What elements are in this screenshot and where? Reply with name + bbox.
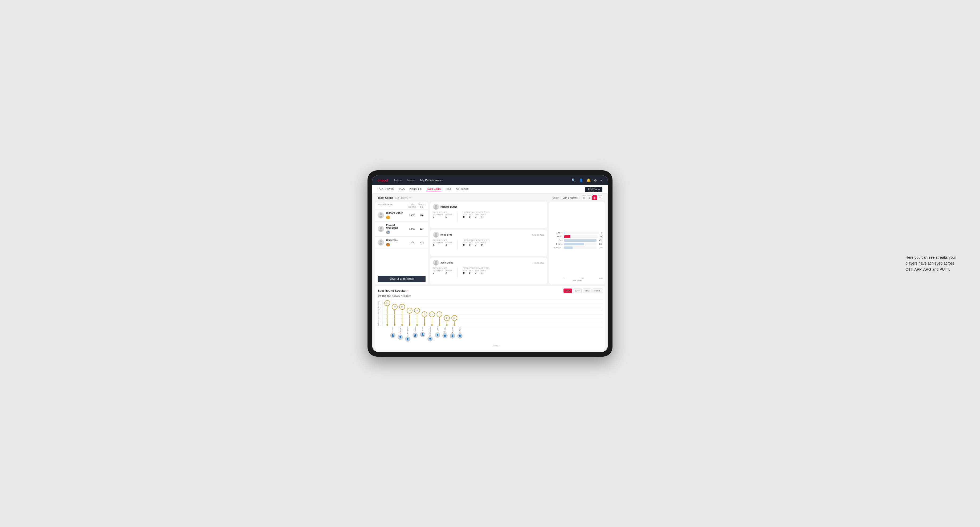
filter-app[interactable]: APP xyxy=(573,289,582,293)
bar-row: Eagles 3 xyxy=(552,232,602,234)
player-photo-small: 👤 xyxy=(412,333,418,338)
card-player-name: Josh Coles xyxy=(441,261,531,264)
bar-label: Bogeys xyxy=(552,243,562,245)
avatar xyxy=(378,212,384,219)
svg-point-4 xyxy=(380,240,382,243)
bar-row: D. Bogeys + 131 xyxy=(552,246,602,249)
tab-pgat[interactable]: PGAT Players xyxy=(378,187,394,191)
player-name-label: R. Butler xyxy=(452,327,453,333)
player-cards-panel: Richard Butler Total Rounds Tournament 7 xyxy=(430,202,547,284)
y-label: 4 xyxy=(380,311,381,312)
table-row[interactable]: Richard Butler 1 19/20 110 xyxy=(375,210,428,222)
card-stats: Total Rounds Tournament 7 Practice 2 xyxy=(433,267,544,278)
tab-team-clippd[interactable]: Team Clippd xyxy=(426,187,441,191)
player-name-label: M. Miller xyxy=(444,327,446,333)
x-label: 0 xyxy=(564,277,565,279)
table-row[interactable]: Edward Crossman 🥈 18/20 107 xyxy=(375,222,428,237)
edit-icon[interactable]: ✏ xyxy=(409,197,412,199)
filter-ott[interactable]: OTT xyxy=(563,289,572,293)
streak-bar-group: 4x xyxy=(436,311,442,326)
player-badge: 🥉 xyxy=(386,243,390,246)
streak-dot xyxy=(409,324,410,326)
streak-dot xyxy=(431,324,433,326)
player-name: Edward Crossman xyxy=(386,224,407,229)
player-name-label: E. Crossman xyxy=(429,327,431,336)
nav-links: Home Teams My Performance xyxy=(394,179,571,182)
tab-hcaps[interactable]: Hcaps 1-5 xyxy=(410,187,422,191)
player-name-col: J. Coles 👤 xyxy=(412,327,418,342)
table-row[interactable]: Cameron... 🥉 17/20 103 xyxy=(375,237,428,249)
streak-dot xyxy=(387,324,388,326)
y-label: 3 xyxy=(380,314,381,316)
player-names-row: E. Ebert 👤 B. McHerg 👤 D. Billingham 👤 J… xyxy=(390,327,602,342)
player-name-label: B. McHerg xyxy=(399,327,401,334)
nav-my-performance[interactable]: My Performance xyxy=(420,179,442,182)
streak-line xyxy=(447,321,447,324)
player-name-col: D. Ford 👤 xyxy=(434,327,441,342)
player-name-label: C. Quick xyxy=(459,327,461,333)
avatar xyxy=(378,226,384,232)
bar-label: Eagles xyxy=(552,232,562,234)
chart-subtitle: Off The Tee, Fairway Accuracy xyxy=(378,295,602,297)
bottom-header: Best Round Streaks ← OTT APP ARG PUTT xyxy=(378,289,602,293)
player-photo-small: 👤 xyxy=(442,333,448,338)
chart-x-axis: 0 200 400 xyxy=(552,277,602,279)
player-name-label: R. Britt xyxy=(422,327,423,332)
profile-icon[interactable]: ● xyxy=(600,178,602,182)
nav-teams[interactable]: Teams xyxy=(407,179,415,182)
rounds-stat: Total Rounds Tournament 7 Practice 6 xyxy=(433,211,452,222)
sub-nav-tabs: PGAT Players PGA Hcaps 1-5 Team Clippd T… xyxy=(378,187,585,191)
svg-point-2 xyxy=(380,227,382,229)
streak-line xyxy=(387,306,387,324)
add-team-button[interactable]: Add Team xyxy=(585,187,602,192)
show-label: Show xyxy=(552,197,559,199)
player-photo-small: 👤 xyxy=(398,335,403,340)
card-view-icon[interactable]: ▣ xyxy=(592,195,597,200)
player-score: 19/20 xyxy=(407,214,418,217)
card-header: Rees Britt 02 Sep 2023 xyxy=(433,232,544,238)
main-content: Team Clippd | 14 Players ✏ Show Last 3 m… xyxy=(372,194,608,352)
period-select[interactable]: Last 3 months xyxy=(561,195,579,200)
nav-icons: 🔍 👤 🔔 ⚙ ● xyxy=(571,178,602,182)
player-name-label: J. Coles xyxy=(414,327,416,332)
streak-line xyxy=(454,321,455,324)
player-badge: 1 xyxy=(386,216,390,219)
bar-track xyxy=(564,239,597,242)
view-leaderboard-button[interactable]: View Full Leaderboard xyxy=(378,276,426,282)
card-header: Richard Butler xyxy=(433,204,544,210)
table-view-icon[interactable]: ≡ xyxy=(598,195,602,200)
tab-all-players[interactable]: All Players xyxy=(456,187,468,191)
filter-putt[interactable]: PUTT xyxy=(593,289,602,293)
bell-icon[interactable]: 🔔 xyxy=(586,178,591,182)
tablet-screen: clippd Home Teams My Performance 🔍 👤 🔔 ⚙… xyxy=(372,175,608,352)
streak-dot xyxy=(439,324,440,326)
chart-x-title: Total Shots xyxy=(552,280,602,282)
practice-stat: Total Practice Activities OTT 0 APP 0 xyxy=(463,211,490,222)
col-player: PLAYER NAME xyxy=(378,203,407,208)
player-name-label: D. Billingham xyxy=(407,327,409,336)
filter-arg[interactable]: ARG xyxy=(583,289,592,293)
y-axis-container: Best Streak, Fairway Accuracy xyxy=(378,300,379,326)
grid-line xyxy=(383,306,602,307)
table-header: PLAYER NAME PB SCORE PB AVG SQ xyxy=(375,202,428,210)
streak-bar-group: 3x xyxy=(451,315,457,326)
tab-tour[interactable]: Tour xyxy=(446,187,451,191)
bar-value: 96 xyxy=(600,236,602,237)
list-view-icon[interactable]: ☰ xyxy=(587,195,592,200)
tab-pga[interactable]: PGA xyxy=(399,187,404,191)
nav-home[interactable]: Home xyxy=(394,179,402,182)
bar-row: Birdies 96 xyxy=(552,235,602,238)
y-label: 7 xyxy=(380,300,381,302)
y-labels: 7 6 5 4 3 2 1 0 xyxy=(380,300,381,326)
user-icon[interactable]: 👤 xyxy=(579,178,583,182)
player-card: Richard Butler Total Rounds Tournament 7 xyxy=(430,202,547,228)
bar-chart-panel: Eagles 3 Birdies 96 xyxy=(549,202,605,284)
search-icon[interactable]: 🔍 xyxy=(571,178,576,182)
bar-track xyxy=(564,246,597,249)
grid-view-icon[interactable]: ⊞ xyxy=(582,195,586,200)
grid-line xyxy=(383,322,602,322)
streak-dot xyxy=(394,324,396,326)
svg-point-7 xyxy=(434,207,438,210)
settings-icon[interactable]: ⚙ xyxy=(594,178,597,182)
y-label: 6 xyxy=(380,304,381,305)
